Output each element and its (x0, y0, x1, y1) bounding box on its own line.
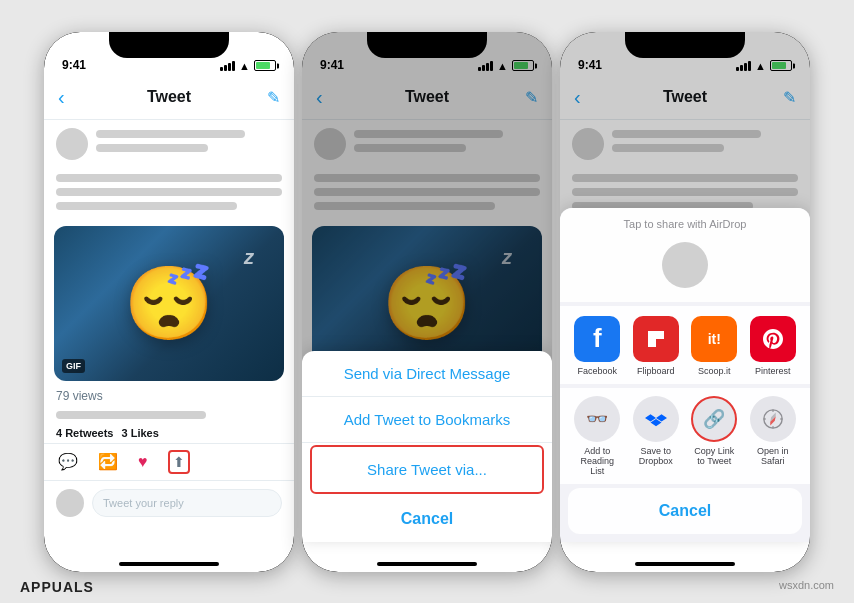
home-indicator-2 (377, 562, 477, 566)
app-facebook[interactable]: f Facebook (574, 316, 620, 376)
appuals-watermark: APPUALS (20, 579, 94, 595)
flipboard-icon (633, 316, 679, 362)
zzz-text-1: z (244, 246, 254, 269)
avatar-row-1 (44, 120, 294, 164)
share-sheet-2: Send via Direct Message Add Tweet to Boo… (302, 351, 552, 542)
apps-row-3: f Facebook Flipboard it! Scoop.it (560, 306, 810, 384)
safari-icon (750, 396, 796, 442)
phone-1: 9:41 ▲ ‹ (44, 32, 294, 572)
actions-row-3: 👓 Add to Reading List Save to Dropbox 🔗 … (560, 388, 810, 484)
retweet-line-1 (56, 411, 206, 419)
battery-1 (254, 60, 276, 71)
ios-share-header-3: Tap to share with AirDrop (560, 208, 810, 302)
signal-bar-1 (220, 67, 223, 71)
back-button-1[interactable]: ‹ (58, 86, 65, 109)
reply-placeholder-1: Tweet your reply (103, 497, 184, 509)
ios-share-sheet-3: Tap to share with AirDrop f Facebook (560, 208, 810, 542)
reply-avatar-1 (56, 489, 84, 517)
battery-fill-1 (256, 62, 270, 69)
action-bar-1: 💬 🔁 ♥ ⬆ (44, 443, 294, 481)
phones-wrapper: 9:41 ▲ ‹ (44, 32, 810, 572)
action-reading-list[interactable]: 👓 Add to Reading List (572, 396, 622, 476)
signal-bar-4 (232, 61, 235, 71)
ios-cancel-3[interactable]: Cancel (568, 488, 802, 534)
signal-bar-2 (224, 65, 227, 71)
reply-input-1: Tweet your reply (44, 481, 294, 525)
phone-2: 9:41 ▲ ‹ (302, 32, 552, 572)
bookmark-item[interactable]: Add Tweet to Bookmarks (302, 397, 552, 443)
wsxdn-watermark: wsxdn.com (779, 579, 834, 595)
copy-link-icon: 🔗 (691, 396, 737, 442)
share-cancel-2[interactable]: Cancel (302, 496, 552, 542)
blur-line-1 (56, 174, 282, 182)
dropbox-icon (633, 396, 679, 442)
retweet-icon-1[interactable]: 🔁 (98, 452, 118, 471)
notch-1 (109, 32, 229, 58)
bottom-bar-3 (560, 542, 810, 572)
compose-button-1[interactable]: ✎ (267, 88, 280, 107)
pinterest-icon (750, 316, 796, 362)
scoop-icon: it! (691, 316, 737, 362)
dropbox-label: Save to Dropbox (631, 446, 681, 466)
gif-badge-1: GIF (62, 359, 85, 373)
bottom-bar-2 (302, 542, 552, 572)
dm-item[interactable]: Send via Direct Message (302, 351, 552, 397)
pinterest-label: Pinterest (755, 366, 791, 376)
action-safari[interactable]: Open in Safari (748, 396, 798, 476)
blur-handle-1 (96, 144, 208, 152)
share-via-item[interactable]: Share Tweet via... (312, 447, 542, 492)
phone-3: 9:41 ▲ ‹ (560, 32, 810, 572)
facebook-icon: f (574, 316, 620, 362)
airdrop-text-3: Tap to share with AirDrop (574, 218, 796, 230)
app-pinterest[interactable]: Pinterest (750, 316, 796, 376)
action-copy-link[interactable]: 🔗 Copy Link to Tweet (689, 396, 739, 476)
reply-icon-1[interactable]: 💬 (58, 452, 78, 471)
home-indicator-3 (635, 562, 735, 566)
airdrop-row-3 (574, 238, 796, 296)
copy-link-label: Copy Link to Tweet (689, 446, 739, 466)
share-via-border: Share Tweet via... (310, 445, 544, 494)
app-flipboard[interactable]: Flipboard (633, 316, 679, 376)
tweet-text-1 (44, 164, 294, 222)
blob-emoji-1: 😴 (124, 267, 214, 339)
avatar-1 (56, 128, 88, 160)
signal-bar-3 (228, 63, 231, 71)
signal-bars-1 (220, 61, 235, 71)
flipboard-label: Flipboard (637, 366, 675, 376)
retweets-count-1: 4 Retweets (56, 427, 113, 439)
tweet-area-1: z 😴 GIF 79 views 4 Retweets 3 Likes 💬 🔁 … (44, 120, 294, 542)
reading-list-icon: 👓 (574, 396, 620, 442)
wifi-icon-1: ▲ (239, 60, 250, 72)
facebook-label: Facebook (577, 366, 617, 376)
rt-likes-row-1: 4 Retweets 3 Likes (44, 423, 294, 443)
safari-label: Open in Safari (748, 446, 798, 466)
reply-field-1[interactable]: Tweet your reply (92, 489, 282, 517)
page-wrapper: 9:41 ▲ ‹ (0, 0, 854, 603)
airdrop-circle-1 (662, 242, 708, 288)
bottom-credits: APPUALS wsxdn.com (0, 579, 854, 595)
gif-area-1: z 😴 GIF (54, 226, 284, 381)
header-title-1: Tweet (147, 88, 191, 106)
scoop-label: Scoop.it (698, 366, 731, 376)
share-icon-1[interactable]: ⬆ (168, 450, 190, 474)
blur-name-1 (96, 130, 245, 138)
bottom-bar-1 (44, 542, 294, 572)
blur-line-3 (56, 202, 237, 210)
status-icons-1: ▲ (220, 60, 276, 72)
status-time-1: 9:41 (62, 58, 86, 72)
twitter-header-1: ‹ Tweet ✎ (44, 76, 294, 120)
app-scoop[interactable]: it! Scoop.it (691, 316, 737, 376)
views-1: 79 views (44, 385, 294, 407)
action-dropbox[interactable]: Save to Dropbox (631, 396, 681, 476)
like-icon-1[interactable]: ♥ (138, 453, 148, 471)
reading-list-label: Add to Reading List (572, 446, 622, 476)
airdrop-item-1 (662, 242, 708, 288)
home-indicator-1 (119, 562, 219, 566)
blur-line-2 (56, 188, 282, 196)
likes-count-1: 3 Likes (121, 427, 158, 439)
avatar-text-1 (96, 130, 282, 158)
